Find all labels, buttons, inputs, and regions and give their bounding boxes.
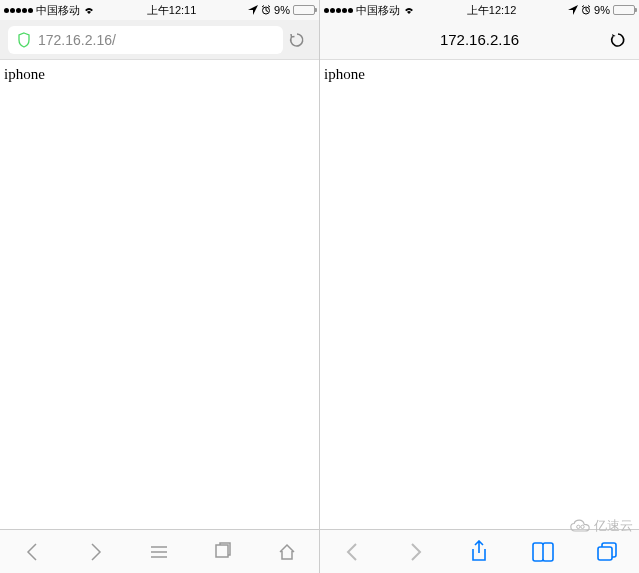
refresh-button[interactable] xyxy=(609,31,627,49)
cloud-icon xyxy=(570,519,590,533)
alarm-icon xyxy=(581,5,591,15)
svg-point-5 xyxy=(581,525,584,528)
browser-pane-right: 中国移动 上午12:12 9% 172.16.2.16 iphone xyxy=(320,0,639,573)
share-button[interactable] xyxy=(463,536,495,568)
bookmarks-button[interactable] xyxy=(527,536,559,568)
watermark-text: 亿速云 xyxy=(594,517,633,535)
battery-pct: 9% xyxy=(594,4,610,16)
page-content: iphone xyxy=(0,60,319,529)
svg-point-4 xyxy=(577,525,580,528)
battery-icon xyxy=(613,5,635,15)
bottom-toolbar xyxy=(0,529,319,573)
forward-button[interactable] xyxy=(400,536,432,568)
tabs-button[interactable] xyxy=(591,536,623,568)
address-bar[interactable]: 172.16.2.16 xyxy=(320,20,639,60)
svg-rect-3 xyxy=(598,547,612,560)
wifi-icon xyxy=(83,5,95,15)
menu-button[interactable] xyxy=(143,536,175,568)
signal-icon xyxy=(324,8,353,13)
refresh-button[interactable] xyxy=(283,31,311,49)
url-text: 172.16.2.16 xyxy=(440,31,519,48)
back-button[interactable] xyxy=(16,536,48,568)
bottom-toolbar xyxy=(320,529,639,573)
location-icon xyxy=(568,5,578,15)
url-field[interactable]: 172.16.2.16/ xyxy=(8,26,283,54)
carrier-label: 中国移动 xyxy=(36,3,80,18)
wifi-icon xyxy=(403,5,415,15)
alarm-icon xyxy=(261,5,271,15)
status-bar: 中国移动 上午12:12 9% xyxy=(320,0,639,20)
watermark: 亿速云 xyxy=(570,517,633,535)
clock-label: 上午12:12 xyxy=(467,3,517,18)
back-button[interactable] xyxy=(336,536,368,568)
status-bar: 中国移动 上午12:11 9% xyxy=(0,0,319,20)
url-text: 172.16.2.16/ xyxy=(38,32,116,48)
browser-pane-left: 中国移动 上午12:11 9% 172.16.2.16/ xyxy=(0,0,320,573)
shield-icon xyxy=(16,32,32,48)
page-text: iphone xyxy=(4,66,45,82)
page-content: iphone xyxy=(320,60,639,529)
battery-pct: 9% xyxy=(274,4,290,16)
clock-label: 上午12:11 xyxy=(147,3,197,18)
svg-rect-1 xyxy=(216,545,228,557)
home-button[interactable] xyxy=(271,536,303,568)
signal-icon xyxy=(4,8,33,13)
forward-button[interactable] xyxy=(80,536,112,568)
page-text: iphone xyxy=(324,66,365,82)
battery-icon xyxy=(293,5,315,15)
carrier-label: 中国移动 xyxy=(356,3,400,18)
location-icon xyxy=(248,5,258,15)
address-bar: 172.16.2.16/ xyxy=(0,20,319,60)
tabs-button[interactable] xyxy=(207,536,239,568)
